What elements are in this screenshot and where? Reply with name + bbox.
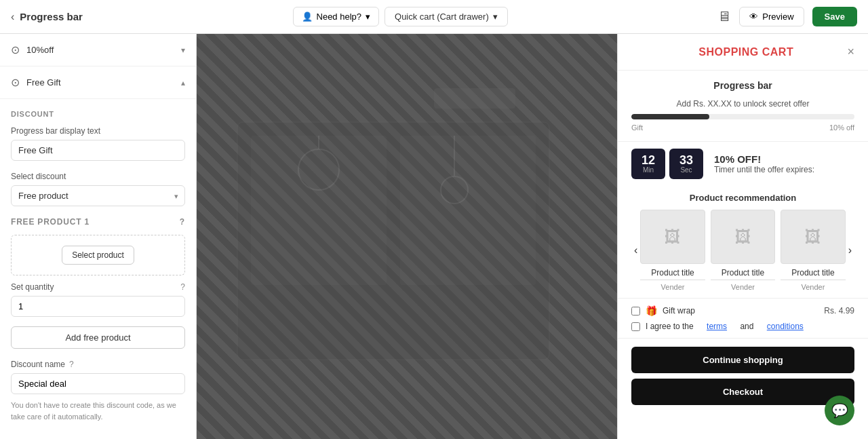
timer-seconds-number: 33 [677,154,695,166]
product-image-icon-2: 🖼 [805,227,821,246]
sidebar-discount-content: DISCOUNT Progress bar display text Selec… [0,99,196,433]
section-icon-10off: ⊙ [11,43,20,56]
continue-shopping-button[interactable]: Continue shopping [631,347,854,373]
terms-and: and [740,322,753,331]
sidebar-item-10off[interactable]: ⊙ 10%off ▾ [0,34,196,66]
quantity-input[interactable] [11,296,185,317]
terms-link[interactable]: terms [707,322,727,331]
gift-wrap-label[interactable]: 🎁 Gift wrap [631,305,695,316]
preview-overlay [197,34,617,439]
svg-rect-7 [434,88,515,109]
save-button[interactable]: Save [812,7,857,26]
progress-bar-display-label: Progress bar display text [11,126,185,136]
sidebar-item-freegift[interactable]: ⊙ Free Gift ▴ [0,66,196,99]
product-rec-section: Product recommendation ‹ 🖼 Product title… [618,186,868,299]
preview-button[interactable]: 👁 Preview [739,7,804,26]
monitor-icon[interactable]: 🖥 [717,9,731,24]
product-card-2: 🖼 Product title Vender [781,210,845,291]
product-card-0: 🖼 Product title Vender [640,210,705,291]
timer-min-label: Min [639,166,657,174]
gift-wrap-text: Gift wrap [663,306,695,316]
discount-name-help-icon[interactable]: ? [69,360,74,369]
svg-rect-1 [251,136,387,285]
conditions-link[interactable]: conditions [767,322,804,331]
product-vendor-0: Vender [640,280,705,291]
select-product-button[interactable]: Select product [62,246,134,265]
center-preview [197,34,617,439]
product-name-0: Product title [640,268,705,278]
product-image-placeholder-0: 🖼 [640,210,705,264]
progress-bar-track [631,114,854,119]
free-product-section-header: FREE PRODUCT 1 ? [11,217,185,227]
product-image-placeholder-1: 🖼 [711,210,775,264]
timer-percent: 10% OFF! [714,153,854,165]
timer-desc: Timer until the offer expires: [714,165,854,174]
discount-name-input[interactable] [11,373,185,394]
cart-panel: SHOPPING CART × Progress bar Add Rs. XX.… [617,34,868,439]
page-title: Progress bar [20,11,83,22]
timer-text: 10% OFF! Timer until the offer expires: [703,153,854,174]
discount-name-label: Discount name [11,360,65,369]
section-label-10off: 10%off [26,45,54,55]
product-name-2: Product title [781,268,845,278]
header-right: 🖥 👁 Preview Save [717,7,857,26]
cart-title: SHOPPING CART [645,46,847,58]
gift-wrap-checkbox[interactable] [631,307,640,316]
free-product-section-title: FREE PRODUCT 1 [11,217,90,227]
set-quantity-row: Set quantity ? [11,282,185,292]
free-product-help-icon[interactable]: ? [180,217,185,227]
section-label-freegift: Free Gift [26,77,61,88]
carousel-next-button[interactable]: › [846,242,854,259]
back-arrow-icon[interactable]: ‹ [11,11,14,23]
help-chevron-icon: ▾ [366,12,370,22]
progress-label-right: 10% off [829,123,854,132]
chevron-down-icon: ▾ [181,45,185,55]
cart-close-button[interactable]: × [847,45,854,59]
chat-icon: 💬 [831,402,848,419]
cart-type-label: Quick cart (Cart drawer) [395,12,489,22]
help-label: Need help? [317,12,362,22]
product-rec-title: Product recommendation [631,193,854,203]
main-layout: ⊙ 10%off ▾ ⊙ Free Gift ▴ DISCOUNT Progre… [0,34,868,439]
svg-rect-2 [400,136,536,285]
product-vendor-1: Vender [711,280,775,291]
timer-minutes-number: 12 [639,154,657,166]
set-quantity-label: Set quantity [11,282,54,292]
timer-minutes-box: 12 Min [631,149,665,179]
progress-bar-display-group: Progress bar display text [11,126,185,161]
progress-bar-display-input[interactable] [11,140,185,161]
timer-row: 12 Min 33 Sec 10% OFF! Timer until the o… [618,142,868,186]
set-quantity-help-icon[interactable]: ? [180,282,185,292]
sidebar: ⊙ 10%off ▾ ⊙ Free Gift ▴ DISCOUNT Progre… [0,34,197,439]
gift-icon: 🎁 [646,305,657,316]
gift-wrap-price: Rs. 4.99 [824,306,854,316]
product-image-placeholder-2: 🖼 [781,210,845,264]
select-discount-dropdown[interactable]: Free product [11,185,185,206]
help-icon: 👤 [302,12,313,22]
carousel-prev-button[interactable]: ‹ [631,242,640,259]
cart-dropdown-chevron-icon: ▾ [493,12,498,22]
cart-progress-title: Progress bar [631,80,854,91]
product-image-icon-0: 🖼 [665,227,681,246]
progress-labels: Gift 10% off [631,123,854,132]
top-header: ‹ Progress bar 👤 Need help? ▾ Quick cart… [0,0,868,34]
product-name-1: Product title [711,268,775,278]
product-vendor-2: Vender [781,280,845,291]
add-free-product-button[interactable]: Add free product [11,326,185,349]
terms-prefix: I agree to the [646,322,694,331]
discount-group-title: DISCOUNT [11,110,185,118]
product-image-icon-1: 🖼 [735,227,751,246]
timer-boxes: 12 Min 33 Sec [631,149,703,179]
product-select-area: Select product [11,235,185,275]
chat-bubble-button[interactable]: 💬 [825,396,854,425]
cart-type-dropdown[interactable]: Quick cart (Cart drawer) ▾ [384,7,508,26]
cart-extras: 🎁 Gift wrap Rs. 4.99 I agree to the term… [618,299,868,339]
help-button[interactable]: 👤 Need help? ▾ [293,7,380,26]
progress-label-left: Gift [631,123,643,132]
product-cards: 🖼 Product title Vender 🖼 Product title V… [640,210,845,291]
gift-wrap-row: 🎁 Gift wrap Rs. 4.99 [631,305,854,316]
terms-checkbox[interactable] [631,322,640,331]
preview-label: Preview [762,12,793,22]
checkout-button[interactable]: Checkout [631,379,854,405]
progress-bar-fill [631,114,709,119]
